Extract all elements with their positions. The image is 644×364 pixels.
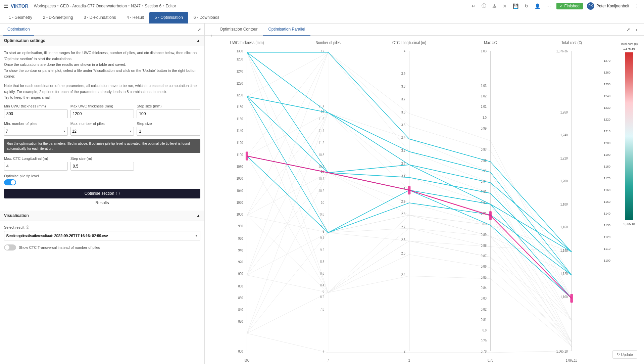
optimise-pile-toggle[interactable]: [4, 179, 16, 185]
visualisation-chevron-icon: ▲: [196, 213, 200, 218]
step-mm-input[interactable]: [137, 109, 200, 118]
chart-expand-icon[interactable]: ⤢: [625, 26, 632, 33]
svg-text:980: 980: [238, 224, 243, 228]
max-ctc-group: Max. CTC Longitudinal (m): [4, 156, 68, 171]
svg-text:1300: 1300: [237, 49, 243, 53]
svg-text:0.99: 0.99: [481, 126, 487, 130]
chart-nav-left-icon[interactable]: ‹: [211, 33, 212, 38]
svg-text:8.8: 8.8: [320, 260, 324, 264]
svg-text:1140: 1140: [237, 129, 243, 133]
parallel-svg-wrapper: UWC thickness (mm) Number of piles CTC L…: [205, 36, 614, 364]
max-piles-label: Max. number of piles: [70, 122, 134, 126]
svg-text:900: 900: [238, 272, 243, 276]
visualisation-header[interactable]: Visualisation ▲: [0, 211, 204, 221]
svg-text:920: 920: [238, 260, 243, 264]
legend-gradient: [625, 52, 633, 220]
refresh-icon[interactable]: ↻: [523, 3, 530, 9]
result-select[interactable]: Sectie optimalisatieresultaat: 2022-09-2…: [4, 231, 200, 240]
right-panel: ‹ Optimisation Contour Optimisation Para…: [205, 24, 644, 364]
tab-optimisation[interactable]: 5 - Optimisation: [149, 12, 188, 24]
results-button[interactable]: Results: [4, 200, 200, 205]
ctc-transversal-toggle[interactable]: [4, 244, 16, 251]
back-icon[interactable]: ↩: [470, 3, 477, 9]
finished-badge: ✓ Finished: [556, 3, 583, 9]
warning-icon[interactable]: ⚠: [491, 3, 498, 9]
svg-text:8: 8: [323, 289, 324, 293]
optimise-section-button[interactable]: Optimise section ⓘ: [4, 189, 200, 198]
chart-nav-right-icon[interactable]: ›: [634, 26, 639, 33]
breadcrumb-project[interactable]: GEO - Arcadia-C77 Onderwaterbeton: [60, 4, 127, 8]
svg-text:10: 10: [321, 200, 324, 204]
max-uwc-input[interactable]: [70, 109, 134, 118]
min-piles-label: Min. number of piles: [4, 122, 68, 126]
svg-text:0.88: 0.88: [481, 243, 487, 247]
svg-text:1260: 1260: [237, 57, 243, 61]
info-text-1: To start an optimisation, fill in the ra…: [4, 50, 200, 80]
legend-ticks: 1270 1260 1250 1240 1230 1220 1210 1200 …: [604, 59, 610, 262]
tab-d-foundations[interactable]: 3 - D-Foundations: [78, 12, 121, 24]
chart-tab-contour[interactable]: Optimisation Contour: [214, 24, 263, 36]
tab-d-sheetpiling[interactable]: 2 - D-Sheetpiling: [38, 12, 78, 24]
svg-text:2: 2: [408, 358, 410, 362]
breadcrumb-sep3: •: [142, 4, 143, 8]
top-bar-right: ↩ ⓘ ⚠ ✕ 💾 ↻ 👤 ⋯ ✓ Finished PK Peter Koni…: [470, 2, 641, 10]
step-m-input[interactable]: [70, 162, 134, 171]
svg-text:1120: 1120: [237, 141, 243, 145]
legend-title: Total cost (€): [621, 42, 638, 46]
tab-optimisation-panel[interactable]: Optimisation: [3, 24, 34, 36]
svg-text:1,200: 1,200: [560, 179, 568, 183]
optimisation-settings-header[interactable]: Optimisation settings ▲: [0, 36, 204, 46]
min-uwc-input[interactable]: [4, 109, 68, 118]
svg-text:3.8: 3.8: [401, 84, 405, 88]
tab-downloads[interactable]: 6 - Downloads: [188, 12, 225, 24]
expand-icon[interactable]: ⤢: [198, 27, 201, 32]
max-ctc-label: Max. CTC Longitudinal (m): [4, 156, 68, 161]
optimise-btn-label: Optimise section: [85, 191, 114, 196]
svg-text:820: 820: [238, 319, 243, 323]
min-piles-select[interactable]: 7: [4, 127, 68, 136]
min-uwc-group: Min UWC thickness (mm): [4, 104, 68, 118]
save-icon[interactable]: 💾: [511, 3, 520, 9]
svg-text:0.84: 0.84: [481, 286, 487, 290]
svg-rect-116: [489, 211, 492, 220]
hamburger-menu[interactable]: ☰: [3, 3, 8, 9]
svg-text:10.8: 10.8: [318, 152, 324, 156]
breadcrumb-section[interactable]: Section 6: [145, 4, 161, 8]
tab-geometry[interactable]: 1 - Geometry: [3, 12, 38, 24]
svg-text:Max UC: Max UC: [484, 40, 497, 46]
step-m-group: Step size (m): [70, 156, 134, 171]
svg-text:Total cost (€): Total cost (€): [561, 40, 582, 46]
max-piles-select[interactable]: 12: [70, 127, 134, 136]
step-piles-input[interactable]: [137, 127, 200, 136]
svg-text:1160: 1160: [237, 117, 243, 121]
uwc-row: Min UWC thickness (mm) Max UWC thickness…: [4, 104, 200, 118]
step-mm-label: Step size (mm): [137, 104, 200, 108]
settings-chevron-icon: ▲: [196, 38, 200, 43]
breadcrumb-editor[interactable]: Editor: [165, 4, 176, 8]
max-ctc-input[interactable]: [4, 162, 68, 171]
chart-tab-parallel[interactable]: Optimisation Parallel: [263, 24, 310, 36]
chart-tab-right-icons: ⤢ ›: [625, 26, 639, 33]
breadcrumb-item[interactable]: N247: [131, 4, 141, 8]
ctc-row: Max. CTC Longitudinal (m) Step size (m): [4, 156, 200, 171]
svg-text:1.0: 1.0: [483, 116, 487, 120]
svg-text:1,120: 1,120: [560, 272, 568, 276]
more-icon[interactable]: ⋯: [545, 3, 552, 9]
svg-text:0.82: 0.82: [481, 307, 487, 311]
info-icon[interactable]: ⓘ: [480, 2, 488, 10]
svg-text:1,160: 1,160: [560, 225, 568, 229]
person-icon[interactable]: 👤: [533, 3, 542, 9]
tab-result[interactable]: 4 - Result: [121, 12, 149, 24]
ctc-transversal-label: Show CTC Transversal instead of number o…: [19, 245, 100, 249]
main-layout: Optimisation ⤢ Optimisation settings ▲ T…: [0, 24, 644, 364]
user-avatar: PK: [587, 2, 594, 10]
svg-text:0.78: 0.78: [488, 358, 493, 362]
select-result-label: Select result ⓘ: [4, 225, 200, 230]
user-more-icon[interactable]: ⋮: [633, 3, 641, 9]
update-button[interactable]: ↻ Update: [612, 350, 637, 359]
close-icon[interactable]: ✕: [501, 3, 508, 9]
breadcrumb-workspaces[interactable]: Workspaces: [34, 4, 56, 8]
svg-text:1,100: 1,100: [560, 295, 568, 299]
svg-text:1,180: 1,180: [560, 202, 568, 206]
left-panel: Optimisation ⤢ Optimisation settings ▲ T…: [0, 24, 205, 364]
